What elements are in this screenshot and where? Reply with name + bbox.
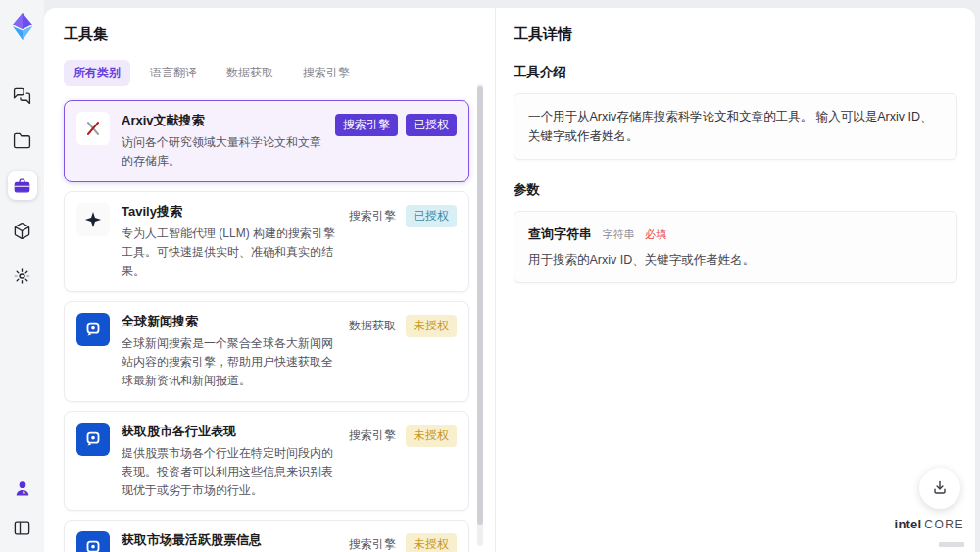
param-description: 用于搜索的Arxiv ID、关键字或作者姓名。 bbox=[528, 251, 943, 270]
briefcase-icon bbox=[13, 176, 31, 195]
page-title: 工具集 bbox=[64, 25, 469, 44]
tab-data-acquisition[interactable]: 数据获取 bbox=[217, 60, 283, 86]
tool-name: Arxiv文献搜索 bbox=[122, 112, 323, 129]
auth-status-badge: 未授权 bbox=[406, 533, 457, 552]
tool-description: 访问各个研究领域大量科学论文和文章的存储库。 bbox=[122, 133, 323, 171]
download-button[interactable] bbox=[919, 468, 960, 509]
tool-card-stock-sectors[interactable]: 获取股市各行业表现 提供股票市场各个行业在特定时间段内的表现。投资者可以利用这些… bbox=[64, 411, 469, 512]
tavily-star-icon bbox=[76, 203, 110, 236]
tool-description: 提供股票市场各个行业在特定时间段内的表现。投资者可以利用这些信息来识别表现优于或… bbox=[122, 444, 335, 500]
tab-language-translation[interactable]: 语言翻译 bbox=[140, 60, 207, 86]
tab-search-engine[interactable]: 搜索引擎 bbox=[293, 60, 360, 86]
user-avatar-icon[interactable] bbox=[10, 476, 35, 501]
news-search-app-icon bbox=[76, 313, 110, 346]
param-type: 字符串 bbox=[602, 228, 634, 240]
panel-toggle-icon[interactable] bbox=[10, 515, 35, 540]
intro-heading: 工具介绍 bbox=[514, 64, 957, 81]
tool-details-panel: 工具详情 工具介绍 一个用于从Arxiv存储库搜索科学论文和文章的工具。 输入可… bbox=[495, 8, 975, 552]
scrollbar-thumb[interactable] bbox=[477, 86, 483, 525]
sidebar-bottom bbox=[10, 476, 35, 540]
category-badge: 搜索引擎 bbox=[347, 533, 398, 552]
sidebar-nav bbox=[8, 80, 37, 290]
tool-name: Tavily搜索 bbox=[122, 203, 335, 221]
category-tabs: 所有类别 语言翻译 数据获取 搜索引擎 bbox=[64, 60, 469, 86]
category-badge: 搜索引擎 bbox=[335, 114, 398, 136]
auth-status-badge: 未授权 bbox=[406, 425, 457, 447]
sidebar-item-files[interactable] bbox=[8, 125, 37, 155]
tool-description: 全球新闻搜索是一个聚合全球各大新闻网站内容的搜索引擎，帮助用户快速获取全球最新资… bbox=[122, 334, 335, 390]
intro-text: 一个用于从Arxiv存储库搜索科学论文和文章的工具。 输入可以是Arxiv ID… bbox=[528, 107, 943, 146]
tool-card-active-stocks[interactable]: 获取市场最活跃股票信息 提供当天交易量最高的股票列表。投资者可以利用这些信息来识… bbox=[64, 520, 469, 552]
sidebar-item-packages[interactable] bbox=[8, 216, 37, 245]
sidebar-item-tools[interactable] bbox=[8, 171, 37, 200]
tool-card-arxiv[interactable]: Arxiv文献搜索 访问各个研究领域大量科学论文和文章的存储库。 搜索引擎 已授… bbox=[64, 100, 469, 182]
tools-panel: 工具集 所有类别 语言翻译 数据获取 搜索引擎 A bbox=[44, 8, 495, 552]
active-stocks-app-icon bbox=[76, 531, 110, 552]
auth-status-badge: 已授权 bbox=[406, 114, 457, 136]
tool-description: 专为人工智能代理 (LLM) 构建的搜索引擎工具。可快速提供实时、准确和真实的结… bbox=[122, 225, 335, 280]
category-badge: 数据获取 bbox=[347, 315, 398, 337]
tool-name: 获取市场最活跃股票信息 bbox=[122, 531, 335, 549]
cube-icon bbox=[13, 222, 31, 240]
core-wordmark: CORE bbox=[924, 518, 964, 531]
tab-all-categories[interactable]: 所有类别 bbox=[64, 60, 130, 86]
stock-sector-app-icon bbox=[76, 423, 110, 456]
intel-wordmark: intel bbox=[895, 517, 922, 531]
param-required-flag: 必填 bbox=[645, 228, 666, 240]
arxiv-logo-icon bbox=[76, 112, 110, 145]
intro-box: 一个用于从Arxiv存储库搜索科学论文和文章的工具。 输入可以是Arxiv ID… bbox=[514, 93, 957, 160]
sidebar bbox=[0, 0, 44, 552]
intel-core-logo: intelCORE bbox=[895, 516, 964, 540]
tool-card-global-news[interactable]: 全球新闻搜索 全球新闻搜索是一个聚合全球各大新闻网站内容的搜索引擎，帮助用户快速… bbox=[64, 301, 469, 402]
tool-card-tavily[interactable]: Tavily搜索 专为人工智能代理 (LLM) 构建的搜索引擎工具。可快速提供实… bbox=[64, 191, 469, 292]
category-badge: 搜索引擎 bbox=[347, 425, 398, 447]
brand-subtext bbox=[895, 534, 964, 540]
auth-status-badge: 已授权 bbox=[406, 205, 457, 227]
app-root: 工具集 所有类别 语言翻译 数据获取 搜索引擎 A bbox=[0, 0, 980, 552]
app-logo-gem-icon bbox=[9, 12, 36, 41]
tool-list-scrollbar[interactable] bbox=[477, 84, 483, 546]
tool-name: 全球新闻搜索 bbox=[122, 313, 335, 330]
param-name: 查询字符串 bbox=[528, 226, 592, 241]
main-surface: 工具集 所有类别 语言翻译 数据获取 搜索引擎 A bbox=[44, 8, 975, 552]
sidebar-item-settings[interactable] bbox=[8, 261, 37, 290]
category-badge: 搜索引擎 bbox=[347, 205, 398, 227]
params-heading: 参数 bbox=[514, 181, 957, 199]
auth-status-badge: 未授权 bbox=[406, 315, 457, 337]
details-title: 工具详情 bbox=[514, 25, 957, 44]
sidebar-item-chat[interactable] bbox=[8, 80, 37, 110]
gear-icon bbox=[13, 267, 31, 285]
param-box: 查询字符串 字符串 必填 用于搜索的Arxiv ID、关键字或作者姓名。 bbox=[514, 211, 957, 283]
tool-name: 获取股市各行业表现 bbox=[122, 423, 335, 440]
download-icon bbox=[930, 478, 950, 498]
chat-bubbles-icon bbox=[13, 86, 31, 105]
folder-icon bbox=[13, 131, 31, 150]
tool-list: Arxiv文献搜索 访问各个研究领域大量科学论文和文章的存储库。 搜索引擎 已授… bbox=[64, 100, 469, 552]
